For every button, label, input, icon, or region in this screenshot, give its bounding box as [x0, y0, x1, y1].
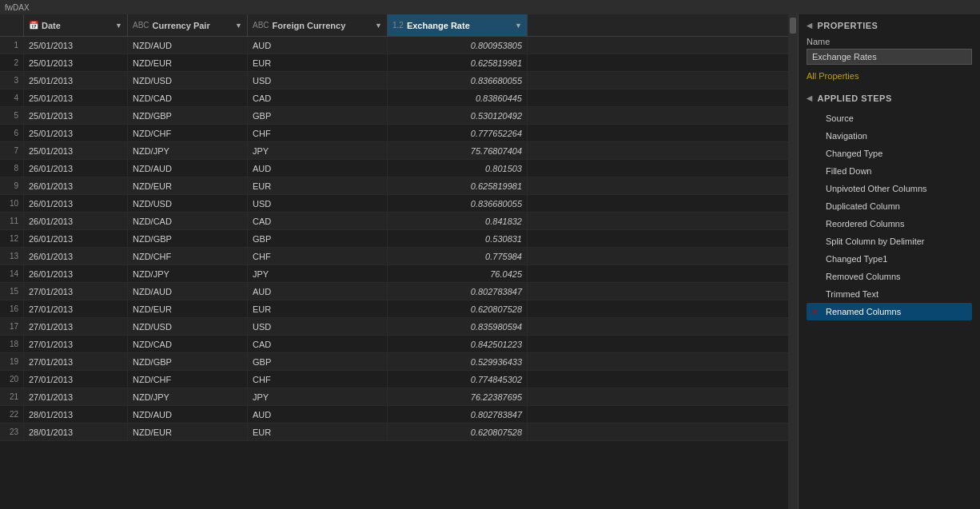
step-item-trimmed-text[interactable]: Trimmed Text	[807, 285, 972, 303]
col-dropdown-pair[interactable]: ▼	[235, 22, 242, 30]
table-row[interactable]: 2228/01/2013NZD/AUDAUD0.802783847	[0, 406, 788, 424]
table-body[interactable]: 125/01/2013NZD/AUDAUD0.800953805225/01/2…	[0, 37, 788, 509]
table-row[interactable]: 1026/01/2013NZD/USDUSD0.836680055	[0, 195, 788, 213]
cell-pair: NZD/CHF	[128, 248, 248, 264]
cell-date: 27/01/2013	[24, 318, 128, 335]
cell-foreign: GBP	[248, 353, 388, 370]
side-scrollbar[interactable]	[788, 14, 798, 509]
cell-date: 27/01/2013	[24, 283, 128, 300]
cell-row-num: 1	[0, 37, 24, 54]
step-label: Split Column by Delimiter	[826, 237, 924, 246]
step-item-navigation[interactable]: Navigation	[807, 127, 972, 145]
cell-foreign: AUD	[248, 160, 388, 177]
cell-rate: 0.620807528	[388, 424, 528, 440]
cell-rate: 0.777652264	[388, 125, 528, 141]
table-row[interactable]: 826/01/2013NZD/AUDAUD0.801503	[0, 160, 788, 177]
table-row[interactable]: 1827/01/2013NZD/CADCAD0.842501223	[0, 336, 788, 353]
table-row[interactable]: 1126/01/2013NZD/CADCAD0.841832	[0, 213, 788, 230]
table-row[interactable]: 1727/01/2013NZD/USDUSD0.835980594	[0, 318, 788, 336]
cell-date: 26/01/2013	[24, 195, 128, 212]
cell-date: 28/01/2013	[24, 406, 128, 423]
cell-date: 25/01/2013	[24, 89, 128, 106]
step-item-changed-type1[interactable]: Changed Type1	[807, 250, 972, 268]
table-row[interactable]: 1527/01/2013NZD/AUDAUD0.802783847	[0, 283, 788, 300]
table-row[interactable]: 1927/01/2013NZD/GBPGBP0.529936433	[0, 353, 788, 371]
cell-date: 26/01/2013	[24, 160, 128, 177]
step-label: Changed Type	[826, 149, 882, 158]
cell-date: 26/01/2013	[24, 248, 128, 264]
col-type-icon-pair: ABC	[133, 21, 149, 30]
col-header-rate[interactable]: 1.2Exchange Rate▼	[388, 14, 528, 36]
cell-rate: 0.620807528	[388, 300, 528, 317]
cell-foreign: JPY	[248, 388, 388, 405]
col-header-date[interactable]: 📅Date▼	[24, 14, 128, 36]
applied-steps-section: ◀ APPLIED STEPS SourceNavigationChanged …	[807, 93, 972, 320]
cell-pair: NZD/USD	[128, 72, 248, 89]
cell-row-num: 14	[0, 265, 24, 282]
table-row[interactable]: 1326/01/2013NZD/CHFCHF0.775984	[0, 248, 788, 265]
cell-row-num: 16	[0, 300, 24, 317]
table-row[interactable]: 425/01/2013NZD/CADCAD0.83860445	[0, 89, 788, 107]
col-dropdown-date[interactable]: ▼	[115, 22, 122, 30]
step-item-split-col[interactable]: Split Column by Delimiter	[807, 233, 972, 250]
table-row[interactable]: 926/01/2013NZD/EUREUR0.625819981	[0, 177, 788, 195]
cell-date: 25/01/2013	[24, 125, 128, 141]
table-row[interactable]: 1226/01/2013NZD/GBPGBP0.530831	[0, 230, 788, 248]
cell-foreign: CHF	[248, 371, 388, 388]
col-type-icon-foreign: ABC	[253, 21, 269, 30]
table-row[interactable]: 2127/01/2013NZD/JPYJPY76.22387695	[0, 388, 788, 406]
all-properties-link[interactable]: All Properties	[807, 71, 972, 81]
step-item-filled-down[interactable]: Filled Down	[807, 162, 972, 180]
table-row[interactable]: 625/01/2013NZD/CHFCHF0.777652264	[0, 125, 788, 142]
col-header-pair[interactable]: ABCCurrency Pair▼	[128, 14, 248, 36]
cell-rate: 0.802783847	[388, 406, 528, 423]
col-header-foreign[interactable]: ABCForeign Currency▼	[248, 14, 388, 36]
cell-row-num: 17	[0, 318, 24, 335]
cell-row-num: 15	[0, 283, 24, 300]
cell-pair: NZD/EUR	[128, 300, 248, 317]
step-item-reordered-cols[interactable]: Reordered Columns	[807, 215, 972, 233]
col-label-rate: Exchange Rate	[407, 21, 470, 30]
step-item-source[interactable]: Source	[807, 109, 972, 127]
cell-rate: 0.83860445	[388, 89, 528, 106]
applied-steps-arrow: ◀	[807, 94, 813, 102]
step-item-changed-type[interactable]: Changed Type	[807, 145, 972, 162]
table-row[interactable]: 225/01/2013NZD/EUREUR0.625819981	[0, 54, 788, 72]
cell-rate: 0.802783847	[388, 283, 528, 300]
cell-foreign: EUR	[248, 424, 388, 440]
table-row[interactable]: 2027/01/2013NZD/CHFCHF0.774845302	[0, 371, 788, 388]
col-label-foreign: Foreign Currency	[273, 21, 346, 30]
table-row[interactable]: 125/01/2013NZD/AUDAUD0.800953805	[0, 37, 788, 54]
col-label-date: Date	[42, 21, 61, 30]
step-item-duplicated-col[interactable]: Duplicated Column	[807, 197, 972, 215]
cell-rate: 0.625819981	[388, 54, 528, 71]
cell-pair: NZD/JPY	[128, 388, 248, 405]
cell-pair: NZD/GBP	[128, 107, 248, 124]
cell-pair: NZD/CHF	[128, 371, 248, 388]
cell-row-num: 20	[0, 371, 24, 388]
table-row[interactable]: 2328/01/2013NZD/EUREUR0.620807528	[0, 424, 788, 441]
name-input[interactable]	[807, 49, 972, 65]
table-row[interactable]: 525/01/2013NZD/GBPGBP0.530120492	[0, 107, 788, 125]
table-header: 📅Date▼ABCCurrency Pair▼ABCForeign Curren…	[0, 14, 788, 37]
cell-date: 25/01/2013	[24, 107, 128, 124]
cell-date: 26/01/2013	[24, 230, 128, 247]
table-row[interactable]: 1627/01/2013NZD/EUREUR0.620807528	[0, 300, 788, 318]
cell-row-num: 6	[0, 125, 24, 141]
cell-rate: 76.0425	[388, 265, 528, 282]
step-item-removed-cols[interactable]: Removed Columns	[807, 268, 972, 285]
cell-row-num: 2	[0, 54, 24, 71]
col-dropdown-rate[interactable]: ▼	[515, 22, 522, 30]
table-row[interactable]: 1426/01/2013NZD/JPYJPY76.0425	[0, 265, 788, 283]
cell-foreign: AUD	[248, 406, 388, 423]
cell-date: 26/01/2013	[24, 213, 128, 229]
cell-rate: 0.842501223	[388, 336, 528, 352]
name-label: Name	[807, 37, 972, 46]
step-item-renamed-cols[interactable]: ✕Renamed Columns	[807, 303, 972, 320]
table-row[interactable]: 725/01/2013NZD/JPYJPY75.76807404	[0, 142, 788, 160]
cell-pair: NZD/EUR	[128, 424, 248, 440]
table-row[interactable]: 325/01/2013NZD/USDUSD0.836680055	[0, 72, 788, 89]
col-dropdown-foreign[interactable]: ▼	[375, 22, 382, 30]
step-item-unpivoted[interactable]: Unpivoted Other Columns	[807, 180, 972, 197]
step-label: Unpivoted Other Columns	[826, 184, 927, 193]
